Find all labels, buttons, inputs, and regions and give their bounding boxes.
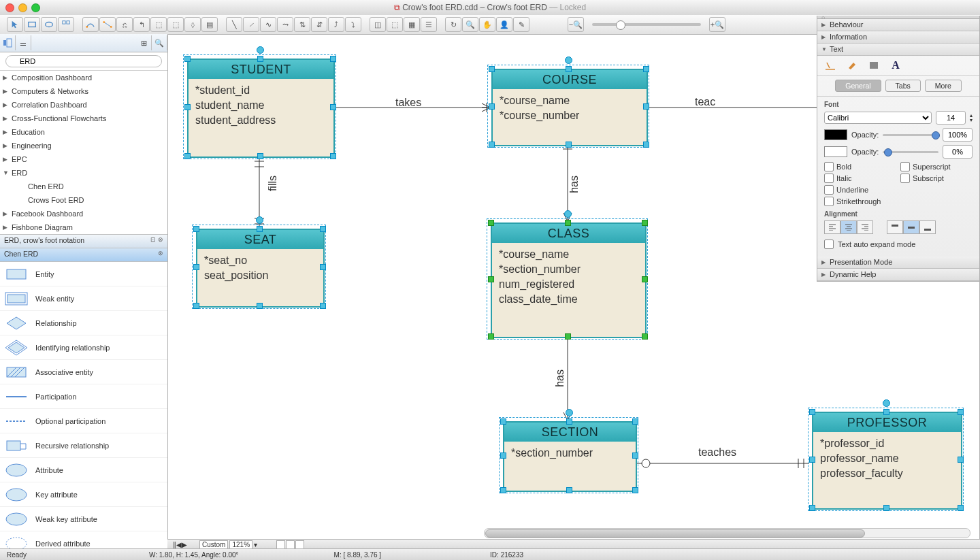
- selection-handle[interactable]: [320, 303, 326, 309]
- shape-item[interactable]: Participation: [0, 384, 167, 409]
- line-tool-7[interactable]: ⤴: [328, 17, 344, 32]
- selection-handle[interactable]: [257, 56, 263, 62]
- selection-handle[interactable]: [320, 226, 326, 232]
- opacity2-value[interactable]: [943, 145, 973, 159]
- text-underline-icon[interactable]: [823, 59, 838, 71]
- selection-handle[interactable]: [809, 457, 815, 463]
- category-pin-icon[interactable]: ⊗: [158, 250, 163, 257]
- selection-handle[interactable]: [184, 56, 191, 62]
- group-tool-2[interactable]: ⬚: [387, 17, 403, 32]
- shape-item[interactable]: Weak key attribute: [0, 507, 167, 531]
- selection-handle[interactable]: [330, 153, 336, 159]
- entity-class[interactable]: CLASS*course_name*section_numbernum_regi…: [491, 223, 647, 338]
- font-size-input[interactable]: [936, 111, 966, 125]
- selection-handle[interactable]: [330, 104, 336, 110]
- connection-anchor[interactable]: [883, 399, 890, 407]
- selection-handle[interactable]: [566, 142, 572, 148]
- opacity1-value[interactable]: [943, 128, 973, 142]
- selection-handle[interactable]: [643, 66, 649, 72]
- tree-item[interactable]: ▶Engineering: [0, 139, 167, 152]
- selection-handle[interactable]: [632, 418, 638, 425]
- shape-item[interactable]: Key attribute: [0, 482, 167, 507]
- selection-handle[interactable]: [809, 505, 815, 511]
- tree-item[interactable]: ▼ERD: [0, 166, 167, 180]
- pointer-tool[interactable]: [7, 17, 23, 32]
- tree-item[interactable]: ▶Composition Dashboard: [0, 71, 167, 84]
- selection-handle[interactable]: [489, 66, 495, 72]
- selection-handle[interactable]: [565, 333, 571, 340]
- bold-checkbox[interactable]: [824, 162, 834, 171]
- shape-item[interactable]: Relationship: [0, 311, 167, 335]
- library-search-input[interactable]: [5, 55, 162, 67]
- inspector-behaviour[interactable]: Behaviour: [817, 19, 979, 31]
- inspector-information[interactable]: Information: [817, 31, 979, 44]
- connect-tool-4[interactable]: ↰: [133, 17, 150, 32]
- selection-handle[interactable]: [883, 409, 889, 415]
- panel-tab-slider[interactable]: ⚌: [16, 35, 31, 50]
- selection-handle[interactable]: [489, 103, 495, 110]
- selection-handle[interactable]: [193, 264, 199, 270]
- text-font-icon[interactable]: A: [888, 59, 903, 71]
- font-size-stepper[interactable]: ▴▾: [970, 113, 973, 122]
- selection-handle[interactable]: [320, 264, 326, 270]
- selection-handle[interactable]: [632, 487, 638, 493]
- selection-handle[interactable]: [643, 103, 649, 110]
- zoom-in-button[interactable]: +🔍: [709, 17, 725, 32]
- selection-handle[interactable]: [958, 505, 964, 511]
- valign-middle-button[interactable]: [903, 220, 919, 234]
- tree-item[interactable]: Chen ERD: [0, 180, 167, 193]
- panel-view-grid[interactable]: ⊞: [136, 35, 152, 50]
- line-tool-1[interactable]: ╲: [226, 17, 242, 32]
- selection-handle[interactable]: [883, 505, 889, 511]
- tree-item[interactable]: Crows Foot ERD: [0, 193, 167, 207]
- hand-tool[interactable]: ✋: [479, 17, 495, 32]
- selection-handle[interactable]: [809, 409, 815, 415]
- selection-handle[interactable]: [958, 457, 964, 463]
- relationship-label[interactable]: has: [554, 369, 566, 387]
- text-auto-expand-checkbox[interactable]: [824, 240, 834, 249]
- tree-item[interactable]: ▶Facebook Dashboard: [0, 207, 167, 220]
- relationship-label[interactable]: teaches: [698, 446, 736, 459]
- tree-item[interactable]: ▶Computers & Networks: [0, 84, 167, 98]
- close-window-button[interactable]: [5, 3, 14, 12]
- group-tool-1[interactable]: ◫: [370, 17, 386, 32]
- selection-handle[interactable]: [257, 226, 263, 232]
- selection-handle[interactable]: [193, 226, 199, 232]
- zoom-tool[interactable]: 🔍: [462, 17, 478, 32]
- shape-item[interactable]: Entity: [0, 262, 167, 286]
- selection-handle[interactable]: [257, 303, 263, 309]
- relationship-label[interactable]: has: [568, 176, 581, 193]
- connection-anchor[interactable]: [256, 216, 263, 224]
- minimize-window-button[interactable]: [18, 3, 27, 12]
- connect-tool-5[interactable]: ⬚: [150, 17, 167, 32]
- connection-anchor[interactable]: [257, 46, 264, 54]
- zoom-value[interactable]: 121%: [229, 540, 252, 549]
- user-tool[interactable]: 👤: [496, 17, 512, 32]
- line-tool-2[interactable]: ⟋: [243, 17, 259, 32]
- page-thumb-1[interactable]: [276, 540, 285, 549]
- selection-handle[interactable]: [330, 56, 336, 62]
- selection-handle[interactable]: [500, 418, 506, 425]
- text-color-swatch[interactable]: [824, 129, 847, 140]
- maximize-window-button[interactable]: [31, 3, 40, 12]
- connect-tool-1[interactable]: [82, 17, 99, 32]
- font-family-select[interactable]: Calibri: [824, 112, 932, 124]
- line-tool-4[interactable]: ⤳: [277, 17, 293, 32]
- refresh-tool[interactable]: ↻: [445, 17, 461, 32]
- valign-bottom-button[interactable]: [919, 220, 936, 234]
- text-fill-icon[interactable]: [866, 59, 881, 71]
- zoom-label[interactable]: Custom: [199, 540, 228, 549]
- tree-item[interactable]: ▶Cross-Functional Flowcharts: [0, 112, 167, 125]
- connection-anchor[interactable]: [566, 409, 573, 416]
- connection-anchor[interactable]: [564, 210, 572, 218]
- selection-handle[interactable]: [193, 303, 199, 309]
- rect-tool[interactable]: [24, 17, 40, 32]
- superscript-checkbox[interactable]: [900, 162, 910, 171]
- shape-item[interactable]: Associative entity: [0, 360, 167, 384]
- zoom-out-button[interactable]: −🔍: [568, 17, 584, 32]
- align-right-button[interactable]: [857, 220, 873, 234]
- line-tool-6[interactable]: ⇵: [311, 17, 327, 32]
- panel-search-icon[interactable]: 🔍: [152, 35, 167, 50]
- group-tool-3[interactable]: ▦: [404, 17, 420, 32]
- connect-tool-3[interactable]: ⎌: [116, 17, 133, 32]
